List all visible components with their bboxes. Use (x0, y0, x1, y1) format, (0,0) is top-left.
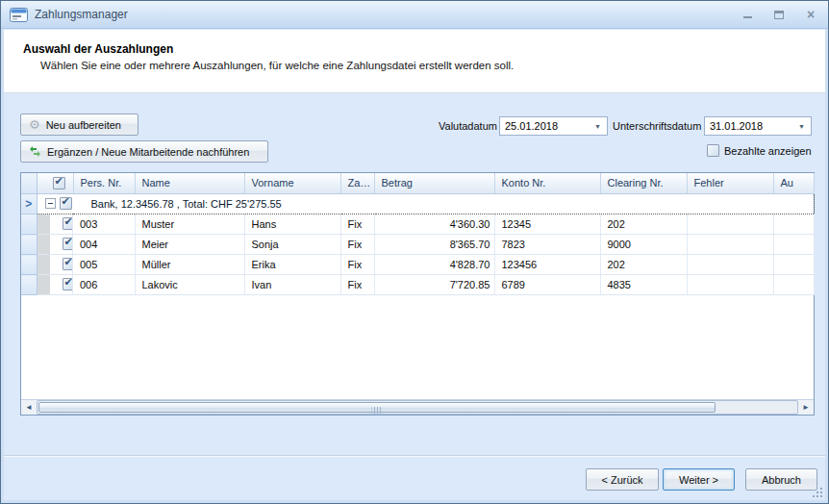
cell-betrag: 4'828.70 (374, 255, 494, 275)
zahlungsmanager-window: Zahlungsmanager × Auswahl der Auszahlung… (0, 0, 829, 504)
unterschriftsdatum-combo[interactable]: 31.01.2018 ▼ (704, 116, 812, 136)
col-header-au[interactable]: Au (773, 173, 814, 193)
cell-au (773, 275, 814, 295)
col-header-clearing-nr[interactable]: Clearing Nr. (600, 173, 687, 193)
payment-row[interactable]: ✔ 004 Meier Sonja Fix 8'365.70 7823 9000 (21, 235, 814, 255)
unterschriftsdatum-value: 31.01.2018 (710, 120, 795, 132)
scrollbar-grip-icon (372, 407, 383, 414)
cell-pers-nr: 004 (73, 235, 135, 255)
cell-pers-nr: 006 (73, 275, 135, 295)
focused-row-indicator-icon: > (25, 197, 32, 211)
neu-aufbereiten-button[interactable]: ⚙ Neu aufbereiten (20, 113, 138, 136)
weiter-button[interactable]: Weiter > (663, 468, 735, 491)
cell-za: Fix (340, 214, 374, 235)
payment-app-icon (10, 8, 28, 22)
unterschriftsdatum-dropdown-icon[interactable]: ▼ (795, 123, 808, 130)
row-indicator-cell (21, 255, 37, 275)
zurueck-button[interactable]: < Zurück (586, 468, 659, 491)
sync-arrows-icon (29, 145, 41, 158)
row-select-cell: ✔ (38, 235, 74, 255)
col-header-za[interactable]: Za… (340, 173, 374, 193)
row-checkbox[interactable]: ✔ (63, 238, 74, 250)
group-checkbox[interactable]: ✔ (60, 197, 72, 210)
cell-pers-nr: 003 (73, 214, 135, 235)
col-header-pers-nr[interactable]: Pers. Nr. (73, 173, 135, 193)
cell-konto-nr: 12345 (494, 214, 600, 235)
cell-fehler (687, 275, 773, 295)
cell-au (773, 255, 814, 275)
cell-fehler (687, 235, 773, 255)
cell-za: Fix (340, 275, 374, 295)
resize-grip[interactable] (812, 487, 822, 497)
horizontal-scrollbar: ◄ ► (21, 399, 814, 415)
neu-aufbereiten-label: Neu aufbereiten (46, 119, 121, 131)
maximize-button[interactable] (772, 8, 786, 21)
group-cell[interactable]: ✔ Bank, 12.3456.78 , Total: CHF 25'275.5… (37, 193, 814, 214)
cell-fehler (687, 255, 773, 275)
select-all-header[interactable]: ✔ (37, 173, 73, 193)
col-header-fehler[interactable]: Fehler (687, 173, 773, 193)
abbruch-button[interactable]: Abbruch (745, 468, 817, 491)
payment-row[interactable]: ✔ 006 Lakovic Ivan Fix 7'720.85 6789 483… (21, 275, 814, 295)
page-title: Auswahl der Auszahlungen (23, 42, 173, 56)
grid-header-row: ✔ Pers. Nr. Name Vorname Za… Betrag Kont… (21, 173, 814, 193)
indicator-header (21, 173, 37, 193)
cell-au (773, 214, 814, 235)
page-subtitle: Wählen Sie eine oder mehrere Auszahlunge… (40, 60, 514, 71)
valutadatum-dropdown-icon[interactable]: ▼ (591, 123, 604, 130)
payment-row[interactable]: ✔ 005 Müller Erika Fix 4'828.70 123456 2… (21, 255, 814, 275)
cell-clearing-nr: 202 (600, 214, 687, 235)
footer-separator (4, 455, 825, 457)
cell-clearing-nr: 9000 (600, 235, 687, 255)
group-row[interactable]: > ✔ Bank, 12.3456.78 , Total: CHF 25'275… (21, 193, 814, 214)
valutadatum-value: 25.01.2018 (505, 120, 591, 132)
valutadatum-combo[interactable]: 25.01.2018 ▼ (499, 116, 608, 136)
cell-pers-nr: 005 (73, 255, 135, 275)
scroll-right-button[interactable]: ► (798, 400, 814, 415)
cell-betrag: 4'360.30 (374, 214, 494, 235)
ergaenzen-label: Ergänzen / Neue Mitarbeitende nachführen (47, 146, 249, 158)
row-checkbox[interactable]: ✔ (63, 217, 74, 230)
group-indent (38, 214, 50, 235)
cell-betrag: 7'720.85 (374, 275, 494, 295)
cell-clearing-nr: 202 (600, 255, 687, 275)
cell-vorname: Sonja (244, 235, 340, 255)
col-header-name[interactable]: Name (135, 173, 244, 193)
group-indent (38, 275, 50, 295)
minimize-button[interactable] (741, 8, 754, 21)
ergaenzen-button[interactable]: Ergänzen / Neue Mitarbeitende nachführen (20, 140, 268, 163)
cell-konto-nr: 6789 (494, 275, 600, 295)
cell-name: Lakovic (135, 275, 244, 295)
bezahlte-anzeigen-box[interactable] (707, 144, 719, 157)
collapse-group-button[interactable] (45, 198, 56, 209)
titlebar[interactable]: Zahlungsmanager × (1, 1, 828, 29)
col-header-betrag[interactable]: Betrag (374, 173, 494, 193)
bezahlte-anzeigen-checkbox[interactable]: Bezahlte anzeigen (707, 144, 812, 157)
row-indicator-cell (21, 214, 37, 235)
col-header-konto-nr[interactable]: Konto Nr. (494, 173, 600, 193)
cell-vorname: Hans (244, 214, 340, 235)
cell-clearing-nr: 4835 (600, 275, 687, 295)
minimize-icon (743, 16, 752, 18)
cell-name: Müller (135, 255, 244, 275)
row-checkbox[interactable]: ✔ (63, 258, 74, 270)
cell-vorname: Erika (244, 255, 340, 275)
select-all-checkbox[interactable]: ✔ (53, 177, 65, 189)
close-button[interactable]: × (804, 8, 817, 21)
row-select-cell: ✔ (38, 255, 74, 275)
group-indent (38, 255, 50, 275)
scrollbar-track[interactable] (37, 400, 798, 415)
cell-vorname: Ivan (244, 275, 340, 295)
group-label: Bank, 12.3456.78 , Total: CHF 25'275.55 (91, 198, 282, 210)
payments-table: ✔ Pers. Nr. Name Vorname Za… Betrag Kont… (21, 173, 815, 295)
group-indent (38, 235, 50, 255)
scroll-left-button[interactable]: ◄ (21, 400, 37, 415)
header-banner: Auswahl der Auszahlungen Wählen Sie eine… (4, 30, 825, 93)
cell-au (773, 235, 814, 255)
col-header-vorname[interactable]: Vorname (244, 173, 340, 193)
bezahlte-anzeigen-label: Bezahlte anzeigen (724, 145, 812, 157)
row-checkbox[interactable]: ✔ (63, 278, 74, 290)
scrollbar-thumb[interactable] (38, 402, 716, 413)
cell-konto-nr: 7823 (494, 235, 600, 255)
payment-row[interactable]: ✔ 003 Muster Hans Fix 4'360.30 12345 202 (21, 214, 814, 235)
